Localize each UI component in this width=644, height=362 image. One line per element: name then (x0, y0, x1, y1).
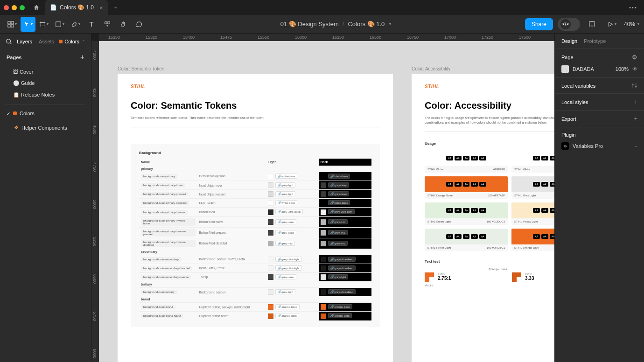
ratio-value: 3.33 (525, 276, 534, 281)
more-icon: ••• (629, 5, 637, 10)
maximize-window-icon[interactable] (20, 5, 25, 10)
local-styles-title[interactable]: Local styles (561, 99, 588, 105)
page-description: Semantic tokens reference core tokens. T… (131, 116, 380, 120)
adjust-icon[interactable] (631, 83, 637, 89)
comment-tool-button[interactable] (132, 17, 147, 32)
page-color-swatch[interactable] (561, 65, 569, 73)
file-icon: 📄 (50, 4, 57, 11)
pen-tool-button[interactable]: ▾ (68, 17, 83, 32)
plugin-title: Plugin (561, 132, 576, 138)
breadcrumb-page[interactable]: Colors 🎨 1.0 (348, 21, 385, 28)
breadcrumb-project[interactable]: 01 🎨 Design System (280, 21, 339, 28)
plugin-name[interactable]: Variables Pro (573, 143, 603, 149)
chevron-down-icon: ▾ (15, 22, 17, 26)
canvas[interactable]: 1525015320154001547515550160001625016500… (91, 34, 554, 362)
main-menu-button[interactable]: ▾ (5, 17, 20, 32)
frame-accessibility[interactable]: Color: Accessibility STIHL Color: Access… (412, 74, 554, 362)
frame-semantic-tokens[interactable]: Color: Semantic Token STIHL Color: Seman… (118, 74, 393, 362)
color-card: AAAAAAAAAASTIHL Yellow Light100 #FAECC3 (511, 202, 554, 225)
svg-rect-2 (8, 24, 10, 27)
section-title: Background (139, 151, 371, 155)
design-tab[interactable]: Design (561, 38, 577, 44)
text-test-title: Text test (425, 259, 554, 264)
viewport[interactable]: Color: Semantic Token STIHL Color: Seman… (99, 41, 554, 362)
code-icon: </> (560, 19, 571, 29)
prototype-tab[interactable]: Prototype (584, 38, 606, 44)
page-indicator[interactable]: Colors⌃ (59, 39, 85, 44)
svg-rect-3 (11, 24, 14, 27)
local-variables-title[interactable]: Local variables (561, 83, 595, 89)
present-button[interactable]: ▾ (604, 17, 619, 32)
svg-rect-0 (8, 21, 10, 23)
hand-tool-button[interactable] (116, 17, 131, 32)
color-card: AAAAAAAAAASTIHL Green Light100 #EDECC3 (425, 202, 508, 225)
page-item[interactable]: 🖼 Cover (0, 66, 91, 77)
svg-point-7 (7, 39, 11, 43)
close-window-icon[interactable] (4, 5, 9, 10)
add-page-button[interactable]: + (80, 53, 84, 62)
dev-mode-toggle[interactable]: </> (558, 18, 580, 31)
usage-title: Usage (425, 141, 554, 146)
chevron-down-icon: ▾ (637, 22, 639, 26)
add-export-button[interactable]: + (634, 115, 637, 122)
tab-title: Colors 🎨 1.0 (60, 4, 94, 11)
palette-icon (59, 40, 63, 43)
move-tool-button[interactable]: ▾ (21, 17, 35, 32)
svg-rect-1 (11, 21, 14, 23)
window-controls[interactable] (4, 5, 25, 10)
share-button[interactable]: Share (525, 18, 553, 30)
minimize-window-icon[interactable] (12, 5, 17, 10)
svg-rect-4 (56, 21, 61, 27)
remove-plugin-button[interactable]: − (635, 143, 637, 149)
page-item[interactable]: 📋 Release Notes (0, 89, 91, 101)
component-icon: ❖ (14, 125, 19, 131)
svg-rect-6 (108, 21, 110, 23)
text-tool-button[interactable]: T (84, 17, 99, 32)
pages-title: Pages (7, 55, 21, 60)
color-card: AAAAAAAAAASTIHL Grey Light100 #B1B1B1 (511, 176, 554, 199)
settings-icon[interactable]: ⚙ (632, 54, 637, 61)
check-icon: ✓ (7, 111, 10, 116)
vertical-ruler: 400042504500475050005250550057506000 (91, 41, 99, 362)
color-card: AAAAAAAAAASTIHL Forest Light100 #DFDBC1 (425, 229, 508, 251)
library-button[interactable] (585, 17, 600, 32)
visibility-icon[interactable]: 👁 (632, 66, 637, 72)
page-section-title: Page (561, 55, 574, 60)
toolbar: ▾ ▾ ▾ ▾ ▾ T 01 🎨 Design System / Colors … (0, 15, 644, 34)
page-color-value[interactable]: DADADA (573, 66, 594, 72)
file-tab[interactable]: 📄 Colors 🎨 1.0 × (45, 0, 108, 15)
breadcrumb[interactable]: 01 🎨 Design System / Colors 🎨 1.0 ▾ (280, 21, 392, 28)
ratio-swatch (425, 272, 434, 282)
plugin-icon: ⊙ (561, 142, 569, 150)
layer-colors[interactable]: ✓Colors (0, 108, 91, 119)
close-tab-icon[interactable]: × (99, 4, 103, 11)
right-panel: Design Prototype Page⚙ DADADA 100% 👁 Loc… (554, 34, 644, 362)
color-card: AAAAAAAAAASTIHL White #FFFFFF (425, 150, 508, 173)
export-title[interactable]: Export (561, 116, 576, 122)
zoom-control[interactable]: 40%▾ (624, 21, 639, 28)
chevron-down-icon[interactable]: ▾ (389, 22, 391, 26)
frame-label[interactable]: Color: Accessibility (412, 66, 450, 71)
new-tab-button[interactable]: + (110, 0, 122, 15)
svg-rect-5 (105, 21, 107, 23)
home-icon (33, 4, 40, 11)
page-opacity[interactable]: 100% (616, 66, 629, 72)
color-card: AAAAAAAAAASTIHL White #FFFFFF (511, 150, 554, 173)
assets-tab[interactable]: Assets (39, 39, 54, 44)
palette-icon (13, 111, 17, 115)
layers-tab[interactable]: Layers (17, 39, 32, 44)
search-icon[interactable] (6, 38, 12, 45)
breadcrumb-separator: / (343, 21, 344, 28)
frame-tool-button[interactable]: ▾ (36, 17, 51, 32)
overflow-menu-button[interactable]: ••• (626, 0, 640, 14)
layer-helper[interactable]: ❖Helper Components (0, 122, 91, 133)
color-card: AAAAAAAAAASTIHL Orange Dark100 #E55A0C (511, 229, 554, 251)
page-item[interactable]: ⚪ Guide (0, 77, 91, 89)
brand-logo: STIHL (425, 84, 554, 89)
shape-tool-button[interactable]: ▾ (52, 17, 67, 32)
home-button[interactable] (29, 0, 43, 14)
add-style-button[interactable]: + (634, 98, 637, 105)
frame-label[interactable]: Color: Semantic Token (118, 66, 164, 71)
resources-button[interactable] (100, 17, 115, 32)
color-card: AAAAAAAAAASTIHL Orange Base100 #F37A1F (425, 176, 508, 199)
